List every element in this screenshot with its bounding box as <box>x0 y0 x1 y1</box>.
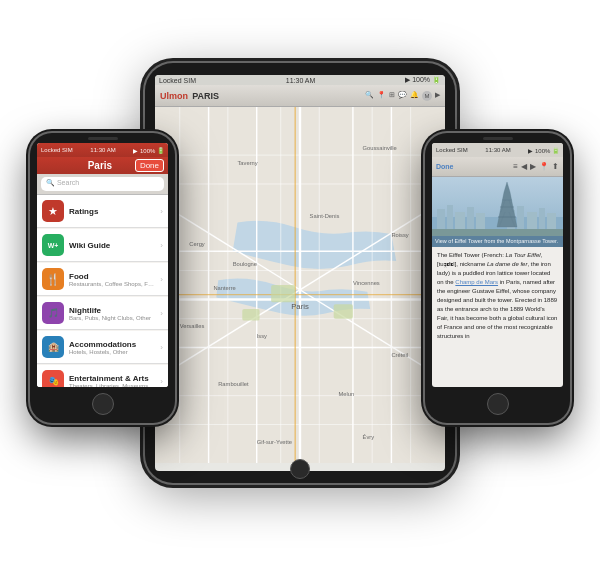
menu-item-entertainment[interactable]: 🎭 Entertainment & Arts Theaters, Librari… <box>37 365 168 387</box>
iphone-right-home-button[interactable] <box>487 393 509 415</box>
arrow-icon[interactable]: ▶ <box>435 91 440 101</box>
iphone-right-photo-caption: View of Eiffel Tower from the Montparnas… <box>432 236 563 247</box>
svg-rect-54 <box>539 208 545 229</box>
iphone-left-screen: Locked SIM 11:30 AM ▶ 100% 🔋 Paris Done … <box>37 143 168 387</box>
ipad-status-center: 11:30 AM <box>286 77 316 84</box>
svg-text:Versailles: Versailles <box>180 323 205 329</box>
iphone-right-status: Locked SIM 11:30 AM ▶ 100% 🔋 <box>432 143 563 157</box>
signal-icon: ▶ <box>133 148 138 154</box>
map-svg: Paris Taverny Goussainville Cergy Roissy… <box>155 107 445 463</box>
svg-text:Créteil: Créteil <box>391 352 408 358</box>
menu-item-accommodations[interactable]: 🏨 Accommodations Hotels, Hostels, Other … <box>37 331 168 364</box>
food-chevron: › <box>160 275 163 284</box>
ipad-map[interactable]: Paris Taverny Goussainville Cergy Roissy… <box>155 107 445 463</box>
ipad-nav-bar: Ulmon PARIS 🔍 📍 ⊞ 💬 🔔 M ▶ <box>155 85 445 107</box>
ipad-home-button[interactable] <box>290 459 310 479</box>
iphone-right-done-btn[interactable]: Done <box>436 163 454 170</box>
accommodations-title: Accommodations <box>69 340 155 349</box>
chat-icon[interactable]: 💬 <box>398 91 407 101</box>
svg-text:Vincennes: Vincennes <box>353 280 380 286</box>
menu-item-ratings[interactable]: ★ Ratings › <box>37 195 168 228</box>
nightlife-title: Nightlife <box>69 306 155 315</box>
iphone-right-screen: Locked SIM 11:30 AM ▶ 100% 🔋 Done ≡ ◀ ▶ … <box>432 143 563 387</box>
food-icon-box: 🍴 <box>42 268 64 290</box>
accommodations-sub: Hotels, Hostels, Other <box>69 349 155 355</box>
iphone-left-status-center: 11:30 AM <box>90 147 115 153</box>
share-icon[interactable]: ⬆ <box>552 162 559 171</box>
iphone-left-search-bar: 🔍 Search <box>37 174 168 195</box>
iphone-right-photo: View of Eiffel Tower from the Montparnas… <box>432 177 563 247</box>
iphone-left-status-left: Locked SIM <box>41 147 73 153</box>
search-icon[interactable]: 🔍 <box>365 91 374 101</box>
nightlife-icon-box: 🎵 <box>42 302 64 324</box>
svg-text:Gif-sur-Yvette: Gif-sur-Yvette <box>257 439 292 445</box>
food-title: Food <box>69 272 155 281</box>
svg-rect-53 <box>527 212 537 229</box>
ipad-screen: Locked SIM 11:30 AM ▶ 100% 🔋 Ulmon PARIS… <box>155 75 445 471</box>
ipad-status-left: Locked SIM <box>159 77 196 84</box>
svg-rect-46 <box>437 209 445 229</box>
menu-item-food[interactable]: 🍴 Food Restaurants, Coffee Shops, Fast..… <box>37 263 168 296</box>
prev-icon[interactable]: ◀ <box>521 162 527 171</box>
food-text: Food Restaurants, Coffee Shops, Fast... <box>69 272 155 287</box>
notification-icon[interactable]: 🔔 <box>410 91 419 101</box>
pin-icon[interactable]: 📍 <box>539 162 549 171</box>
iphone-left-title-bar: Paris Done <box>37 157 168 174</box>
menu-item-nightlife[interactable]: 🎵 Nightlife Bars, Pubs, Night Clubs, Oth… <box>37 297 168 330</box>
iphone-right-article[interactable]: The Eiffel Tower (French: La Tour Eiffel… <box>432 247 563 387</box>
accommodations-icon-box: 🏨 <box>42 336 64 358</box>
entertainment-chevron: › <box>160 377 163 386</box>
iphone-left-device: Locked SIM 11:30 AM ▶ 100% 🔋 Paris Done … <box>30 133 175 423</box>
svg-text:Goussainville: Goussainville <box>363 145 397 151</box>
svg-rect-55 <box>547 213 556 229</box>
accommodations-chevron: › <box>160 343 163 352</box>
iphone-left-search-input[interactable]: 🔍 Search <box>41 177 164 191</box>
ratings-title: Ratings <box>69 207 155 216</box>
nightlife-text: Nightlife Bars, Pubs, Night Clubs, Other <box>69 306 155 321</box>
ratings-text: Ratings <box>69 207 155 216</box>
svg-rect-52 <box>517 206 524 229</box>
svg-rect-48 <box>455 212 465 229</box>
entertainment-icon-box: 🎭 <box>42 370 64 387</box>
signal-icon-r: ▶ <box>528 148 533 154</box>
svg-rect-43 <box>242 309 259 321</box>
iphone-right-status-left: Locked SIM <box>436 147 468 153</box>
svg-rect-47 <box>447 205 453 229</box>
ipad-logo: Ulmon PARIS <box>160 91 219 101</box>
iphone-left-status: Locked SIM 11:30 AM ▶ 100% 🔋 <box>37 143 168 157</box>
battery-icon-r: 🔋 <box>552 148 559 154</box>
svg-text:Paris: Paris <box>291 302 309 311</box>
circle-icon: M <box>422 91 432 101</box>
svg-rect-42 <box>334 304 353 318</box>
iphone-right-nav-icons: ≡ ◀ ▶ 📍 ⬆ <box>513 162 559 171</box>
iphone-right-nav: Done ≡ ◀ ▶ 📍 ⬆ <box>432 157 563 177</box>
iphone-left-done-btn[interactable]: Done <box>135 159 164 172</box>
iphone-left-speaker <box>88 137 118 140</box>
svg-text:Évry: Évry <box>363 434 375 440</box>
svg-rect-49 <box>467 207 474 229</box>
iphone-right-device: Locked SIM 11:30 AM ▶ 100% 🔋 Done ≡ ◀ ▶ … <box>425 133 570 423</box>
location-icon[interactable]: 📍 <box>377 91 386 101</box>
wiki-title: Wiki Guide <box>69 241 155 250</box>
nightlife-sub: Bars, Pubs, Night Clubs, Other <box>69 315 155 321</box>
list-icon[interactable]: ≡ <box>513 162 518 171</box>
svg-text:Taverny: Taverny <box>237 160 257 166</box>
next-icon[interactable]: ▶ <box>530 162 536 171</box>
wiki-icon-box: W+ <box>42 234 64 256</box>
entertainment-text: Entertainment & Arts Theaters, Libraries… <box>69 374 155 388</box>
svg-text:Nanterre: Nanterre <box>213 285 235 291</box>
iphone-left-home-button[interactable] <box>92 393 114 415</box>
wiki-text: Wiki Guide <box>69 241 155 250</box>
iphone-left-title: Paris <box>88 160 112 171</box>
battery-icon: 🔋 <box>157 148 164 154</box>
accommodations-text: Accommodations Hotels, Hostels, Other <box>69 340 155 355</box>
food-sub: Restaurants, Coffee Shops, Fast... <box>69 281 155 287</box>
iphone-right-status-center: 11:30 AM <box>485 147 510 153</box>
ipad-status-right: ▶ 100% 🔋 <box>405 76 441 84</box>
svg-text:Saint-Denis: Saint-Denis <box>310 213 340 219</box>
layers-icon[interactable]: ⊞ <box>389 91 395 101</box>
iphone-left-status-right: ▶ 100% 🔋 <box>133 147 164 154</box>
wiki-chevron: › <box>160 241 163 250</box>
iphone-left-menu-list: ★ Ratings › W+ Wiki Guide › 🍴 <box>37 195 168 387</box>
menu-item-wiki[interactable]: W+ Wiki Guide › <box>37 229 168 262</box>
